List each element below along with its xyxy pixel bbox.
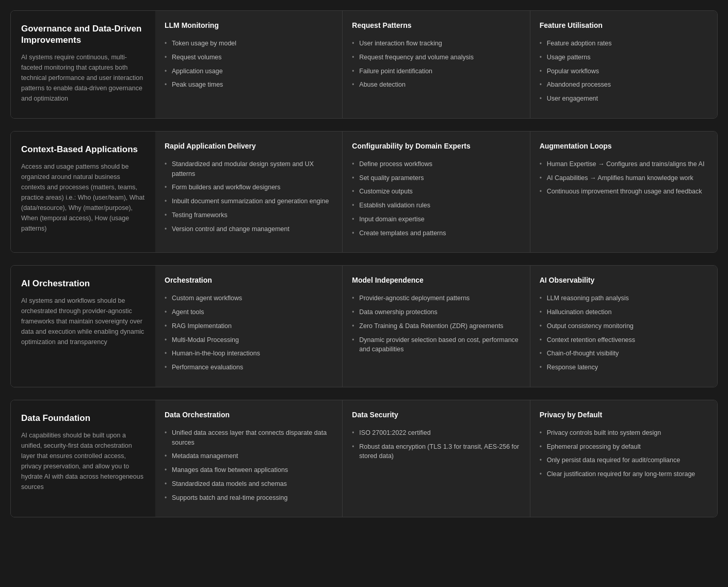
column-list-model-independence: Provider-agnostic deployment patternsDat… <box>352 294 520 354</box>
column-list-ai-observability: LLM reasoning path analysisHallucination… <box>540 294 708 372</box>
list-item: Feature adoption rates <box>540 39 708 48</box>
section-left-context-based: Context-Based ApplicationsAccess and usa… <box>11 132 155 253</box>
list-item: RAG Implementation <box>165 321 333 331</box>
list-item: Standardized and modular design system a… <box>165 159 333 179</box>
column-llm-monitoring: LLM MonitoringToken usage by modelReques… <box>155 11 342 118</box>
section-left-governance: Governance and Data-Driven ImprovementsA… <box>11 11 155 118</box>
column-list-request-patterns: User interaction flow trackingRequest fr… <box>352 39 520 90</box>
column-list-data-orchestration: Unified data access layer that connects … <box>165 428 333 503</box>
section-right-context-based: Rapid Application DeliveryStandardized a… <box>155 132 717 253</box>
column-ai-observability: AI ObservabilityLLM reasoning path analy… <box>530 266 717 387</box>
column-heading-data-security: Data Security <box>352 411 520 421</box>
list-item: Human Expertise → Configures and trains/… <box>540 159 708 169</box>
section-row-ai-orchestration: AI OrchestrationAI systems and workflows… <box>10 265 718 387</box>
list-item: Zero Training & Data Retention (ZDR) agr… <box>352 321 520 331</box>
list-item: Popular workflows <box>540 67 708 76</box>
section-title-context-based: Context-Based Applications <box>21 144 145 155</box>
list-item: Input domain expertise <box>352 215 520 224</box>
list-item: User interaction flow tracking <box>352 39 520 48</box>
list-item: Agent tools <box>165 307 333 317</box>
list-item: Standardized data models and schemas <box>165 479 333 489</box>
section-right-governance: LLM MonitoringToken usage by modelReques… <box>155 11 717 118</box>
list-item: Customize outputs <box>352 187 520 197</box>
list-item: Output consistency monitoring <box>540 321 708 331</box>
list-item: Request volumes <box>165 53 333 62</box>
list-item: Performance evaluations <box>165 363 333 372</box>
section-title-governance: Governance and Data-Driven Improvements <box>21 23 145 46</box>
list-item: Human-in-the-loop interactions <box>165 349 333 358</box>
list-item: Define process workflows <box>352 159 520 169</box>
column-rapid-delivery: Rapid Application DeliveryStandardized a… <box>155 132 342 253</box>
list-item: User engagement <box>540 94 708 104</box>
list-item: Metadata management <box>165 451 333 461</box>
list-item: ISO 27001:2022 certified <box>352 428 520 438</box>
section-title-data-foundation: Data Foundation <box>21 413 145 424</box>
section-row-context-based: Context-Based ApplicationsAccess and usa… <box>10 131 718 253</box>
column-list-orchestration: Custom agent workflowsAgent toolsRAG Imp… <box>165 294 333 372</box>
column-heading-orchestration: Orchestration <box>165 276 333 286</box>
section-title-ai-orchestration: AI Orchestration <box>21 278 145 289</box>
section-desc-ai-orchestration: AI systems and workflows should be orche… <box>21 296 145 347</box>
column-heading-privacy-default: Privacy by Default <box>540 411 708 421</box>
column-heading-request-patterns: Request Patterns <box>352 21 520 31</box>
list-item: Request frequency and volume analysis <box>352 53 520 62</box>
column-list-privacy-default: Privacy controls built into system desig… <box>540 428 708 479</box>
list-item: Form builders and workflow designers <box>165 183 333 192</box>
list-item: Create templates and patterns <box>352 229 520 238</box>
list-item: Testing frameworks <box>165 210 333 220</box>
list-item: Establish validation rules <box>352 201 520 210</box>
list-item: Provider-agnostic deployment patterns <box>352 294 520 303</box>
list-item: Manages data flow between applications <box>165 465 333 475</box>
list-item: Version control and change management <box>165 224 333 234</box>
list-item: Usage patterns <box>540 53 708 62</box>
column-heading-rapid-delivery: Rapid Application Delivery <box>165 142 333 152</box>
column-data-security: Data SecurityISO 27001:2022 certifiedRob… <box>342 400 529 517</box>
column-list-data-security: ISO 27001:2022 certifiedRobust data encr… <box>352 428 520 461</box>
section-left-ai-orchestration: AI OrchestrationAI systems and workflows… <box>11 266 155 387</box>
list-item: Hallucination detection <box>540 307 708 317</box>
list-item: Custom agent workflows <box>165 294 333 303</box>
column-privacy-default: Privacy by DefaultPrivacy controls built… <box>530 400 717 517</box>
list-item: Token usage by model <box>165 39 333 48</box>
list-item: Set quality parameters <box>352 173 520 183</box>
list-item: Abuse detection <box>352 80 520 90</box>
page-container: Governance and Data-Driven ImprovementsA… <box>10 10 718 517</box>
column-request-patterns: Request PatternsUser interaction flow tr… <box>342 11 529 118</box>
section-right-data-foundation: Data OrchestrationUnified data access la… <box>155 400 717 517</box>
column-heading-configurability: Configurability by Domain Experts <box>352 142 520 152</box>
list-item: Inbuilt document summarization and gener… <box>165 197 333 206</box>
section-row-data-foundation: Data FoundationAI capabilities should be… <box>10 400 718 518</box>
column-list-configurability: Define process workflowsSet quality para… <box>352 159 520 238</box>
list-item: Privacy controls built into system desig… <box>540 428 708 438</box>
section-right-ai-orchestration: OrchestrationCustom agent workflowsAgent… <box>155 266 717 387</box>
column-list-llm-monitoring: Token usage by modelRequest volumesAppli… <box>165 39 333 90</box>
list-item: Supports batch and real-time processing <box>165 493 333 503</box>
column-heading-llm-monitoring: LLM Monitoring <box>165 21 333 31</box>
list-item: Context retention effectiveness <box>540 335 708 345</box>
column-data-orchestration: Data OrchestrationUnified data access la… <box>155 400 342 517</box>
column-list-augmentation: Human Expertise → Configures and trains/… <box>540 159 708 197</box>
column-model-independence: Model IndependenceProvider-agnostic depl… <box>342 266 529 387</box>
list-item: Robust data encryption (TLS 1.3 for tran… <box>352 442 520 462</box>
list-item: Failure point identification <box>352 67 520 76</box>
list-item: Abandoned processes <box>540 80 708 90</box>
list-item: Peak usage times <box>165 80 333 90</box>
section-desc-data-foundation: AI capabilities should be built upon a u… <box>21 430 145 492</box>
section-desc-context-based: Access and usage patterns should be orga… <box>21 161 145 234</box>
column-heading-feature-utilisation: Feature Utilisation <box>540 21 708 31</box>
column-heading-augmentation: Augmentation Loops <box>540 142 708 152</box>
column-list-rapid-delivery: Standardized and modular design system a… <box>165 159 333 234</box>
column-configurability: Configurability by Domain ExpertsDefine … <box>342 132 529 253</box>
list-item: Only persist data required for audit/com… <box>540 455 708 465</box>
column-heading-data-orchestration: Data Orchestration <box>165 411 333 421</box>
column-augmentation: Augmentation LoopsHuman Expertise → Conf… <box>530 132 717 253</box>
list-item: Ephemeral processing by default <box>540 442 708 452</box>
column-heading-model-independence: Model Independence <box>352 276 520 286</box>
list-item: Continuous improvement through usage and… <box>540 187 708 197</box>
list-item: Dynamic provider selection based on cost… <box>352 335 520 355</box>
column-orchestration: OrchestrationCustom agent workflowsAgent… <box>155 266 342 387</box>
list-item: Multi-Modal Processing <box>165 335 333 345</box>
list-item: LLM reasoning path analysis <box>540 294 708 303</box>
list-item: Response latency <box>540 363 708 372</box>
list-item: Unified data access layer that connects … <box>165 428 333 448</box>
